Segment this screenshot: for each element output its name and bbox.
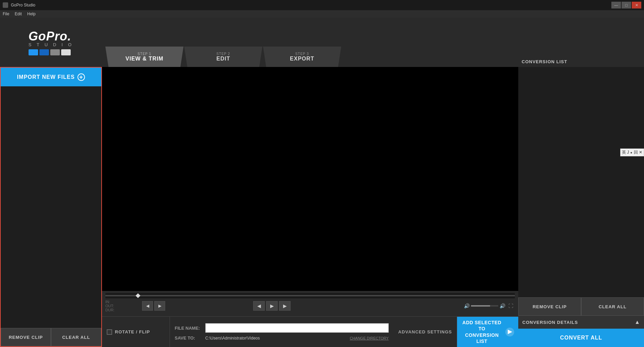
step3-label: STEP 3 <box>295 52 309 56</box>
fullscreen-button[interactable]: ⛶ <box>507 302 515 310</box>
play-backward-button[interactable]: ◀ <box>253 301 265 311</box>
right-panel: 英 J ⬥ 回 ✕ REMOVE CLIP CLEAR ALL CONVERSI… <box>518 67 644 347</box>
logo-block-3 <box>50 49 60 55</box>
volume-icon: 🔊 <box>464 303 470 309</box>
transport-buttons: ◀ ▶ <box>142 301 165 311</box>
save-to-path: C:\Users\Administrator\Videos <box>205 336 260 341</box>
sidebar-remove-clip-button[interactable]: REMOVE CLIP <box>1 328 51 346</box>
timeline[interactable] <box>105 293 515 298</box>
title-bar: GoPro Studio — □ ✕ <box>0 0 644 10</box>
change-directory-button[interactable]: CHANGE DIRECTORY <box>350 336 389 340</box>
logo-blocks <box>29 49 71 55</box>
file-list[interactable] <box>1 86 101 328</box>
conversion-details-label: CONVERSION DETAILS <box>522 320 578 325</box>
app-title: GoPro Studio <box>11 3 609 7</box>
gopro-logo: GoPro. S T U D I O <box>29 29 74 55</box>
menu-bar: File Edit Help <box>0 10 644 18</box>
advanced-settings-button[interactable]: ADVANCED SETTINGS <box>394 317 457 347</box>
gopro-brand-name: GoPro. <box>29 29 71 44</box>
add-arrow-icon: ▶ <box>505 328 514 336</box>
timeline-track <box>105 295 515 296</box>
step2-label: STEP 2 <box>216 52 230 56</box>
file-name-label: FILE NAME: <box>175 326 202 331</box>
app-icon <box>3 2 8 8</box>
timeline-playhead <box>136 293 140 298</box>
mark-in-button[interactable]: ◀ <box>142 301 153 311</box>
menu-help[interactable]: Help <box>27 12 36 16</box>
logo-area: GoPro. S T U D I O <box>0 18 102 67</box>
main-area: IN: OUT: DUR: ◀ <box>102 67 518 347</box>
add-to-conversion-list-button[interactable]: ADD SELECTED TOCONVERSION LIST ▶ <box>457 317 518 347</box>
video-player[interactable] <box>102 67 518 291</box>
step2-name: EDIT <box>216 56 230 62</box>
file-info-area: FILE NAME: SAVE TO: C:\Users\Administrat… <box>170 317 394 347</box>
volume-max-icon: 🔊 <box>500 303 505 309</box>
rotate-flip-area: ROTATE / FLIP <box>102 317 170 347</box>
step1-label: STEP 1 <box>138 52 151 56</box>
save-to-row: SAVE TO: C:\Users\Administrator\Videos C… <box>175 335 389 341</box>
import-plus-icon: + <box>77 73 85 81</box>
logo-block-4 <box>61 49 71 55</box>
menu-edit[interactable]: Edit <box>15 12 22 16</box>
steps-area: STEP 1 VIEW & TRIM STEP 2 EDIT STEP 3 EX… <box>102 18 518 67</box>
conversion-list-title: CONVERSION LIST <box>522 59 567 64</box>
sidebar-bottom-buttons: REMOVE CLIP CLEAR ALL <box>1 328 101 346</box>
step1-name: VIEW & TRIM <box>125 56 163 62</box>
file-name-row: FILE NAME: <box>175 323 389 333</box>
conversion-details-bar[interactable]: CONVERSION DETAILS ▲ <box>518 316 644 329</box>
ime-toolbar-content: 英 J ⬥ 回 ✕ <box>622 150 642 155</box>
studio-text: S T U D I O <box>29 42 74 47</box>
dur-label: DUR: <box>105 308 115 312</box>
menu-file[interactable]: File <box>3 12 9 16</box>
content-area: IMPORT NEW FILES + REMOVE CLIP CLEAR ALL <box>0 67 644 347</box>
minimize-button[interactable]: — <box>611 2 621 8</box>
mark-out-button[interactable]: ▶ <box>154 301 165 311</box>
window-controls: — □ ✕ <box>611 2 641 8</box>
add-to-list-label: ADD SELECTED TOCONVERSION LIST <box>461 319 503 344</box>
bottom-controls: ROTATE / FLIP FILE NAME: SAVE TO: C:\Use… <box>102 316 518 347</box>
volume-fill <box>471 305 490 307</box>
step2-tab[interactable]: STEP 2 EDIT <box>184 47 262 67</box>
collapse-icon: ▲ <box>634 319 640 325</box>
floating-ime-toolbar: 英 J ⬥ 回 ✕ <box>620 149 644 156</box>
in-label: IN: <box>105 300 110 304</box>
volume-slider[interactable] <box>471 305 498 307</box>
play-forward-button[interactable]: ▶ <box>279 301 291 311</box>
time-info: IN: OUT: DUR: <box>105 300 133 312</box>
save-to-label: SAVE TO: <box>175 335 202 341</box>
sidebar-clear-all-button[interactable]: CLEAR ALL <box>51 328 101 346</box>
video-controls: IN: OUT: DUR: ◀ <box>102 291 518 316</box>
left-sidebar: IMPORT NEW FILES + REMOVE CLIP CLEAR ALL <box>0 67 102 347</box>
convert-all-button[interactable]: CONVERT ALL <box>518 329 644 347</box>
right-panel-clear-all-button[interactable]: CLEAR ALL <box>581 297 644 316</box>
right-panel-remove-clip-button[interactable]: REMOVE CLIP <box>518 297 581 316</box>
rotate-flip-checkbox[interactable] <box>107 329 112 335</box>
app-container: GoPro. S T U D I O STEP 1 VIEW & TRIM ST… <box>0 18 644 347</box>
rotate-flip-label[interactable]: ROTATE / FLIP <box>115 329 150 334</box>
step1-tab[interactable]: STEP 1 VIEW & TRIM <box>105 47 184 67</box>
step3-tab[interactable]: STEP 3 EXPORT <box>263 47 341 67</box>
logo-block-1 <box>29 49 38 55</box>
close-button[interactable]: ✕ <box>632 2 641 8</box>
import-label: IMPORT NEW FILES <box>17 74 75 80</box>
maximize-button[interactable]: □ <box>622 2 631 8</box>
logo-block-2 <box>39 49 49 55</box>
import-new-files-button[interactable]: IMPORT NEW FILES + <box>1 68 101 86</box>
conversion-list-area: 英 J ⬥ 回 ✕ <box>518 67 644 297</box>
right-panel-header: CONVERSION LIST <box>518 18 644 67</box>
play-button[interactable]: ▶ <box>266 301 278 311</box>
playback-buttons: ◀ ▶ ▶ <box>253 301 291 311</box>
volume-area: 🔊 🔊 ⛶ <box>464 302 515 310</box>
file-name-input[interactable] <box>205 323 389 333</box>
right-panel-bottom-buttons: REMOVE CLIP CLEAR ALL <box>518 297 644 316</box>
top-area: GoPro. S T U D I O STEP 1 VIEW & TRIM ST… <box>0 18 644 67</box>
step3-name: EXPORT <box>290 56 314 62</box>
out-label: OUT: <box>105 304 114 308</box>
controls-row: IN: OUT: DUR: ◀ <box>105 300 515 312</box>
